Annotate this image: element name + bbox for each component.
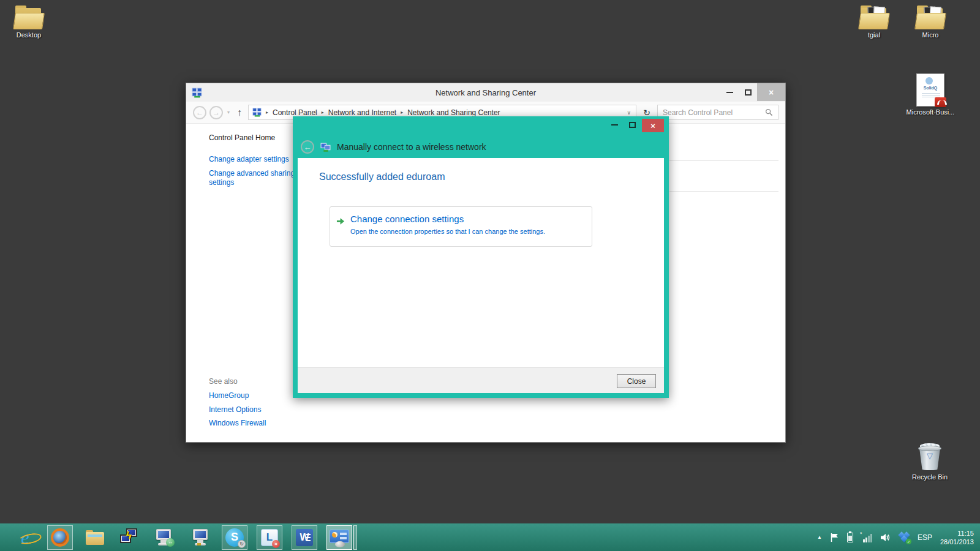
sidebar-item-internet-options[interactable]: Internet Options <box>209 405 296 414</box>
desktop-icon-label: Microsoft-Busi... <box>905 108 956 116</box>
folder-icon <box>859 5 889 29</box>
action-center-flag-icon[interactable] <box>830 533 839 542</box>
change-connection-settings-command[interactable]: Change connection settings Open the conn… <box>330 206 592 247</box>
taskbar-stacked-window-indicator[interactable] <box>353 525 357 550</box>
sidebar-item-windows-firewall[interactable]: Windows Firewall <box>209 419 296 428</box>
pdf-document-icon: SolidQ <box>916 73 944 107</box>
taskbar-clock[interactable]: 11:15 28/01/2013 <box>940 529 974 546</box>
skype-icon: S ↻ <box>225 528 244 547</box>
taskbar-terminal-connection-button[interactable]: ϟ <box>117 525 143 550</box>
minimize-button[interactable] <box>720 83 739 101</box>
taskbar-file-explorer-button[interactable] <box>82 525 108 550</box>
volume-icon[interactable] <box>880 533 891 542</box>
folder-icon <box>916 5 945 29</box>
desktop-icon-label: Desktop <box>4 31 54 39</box>
maximize-icon <box>629 122 636 128</box>
forward-icon: → <box>213 108 220 117</box>
word-icon: W <box>296 529 313 546</box>
dropbox-check-icon: ✓ <box>906 539 911 544</box>
back-icon: ← <box>196 108 203 117</box>
control-panel-icon <box>330 530 349 545</box>
firefox-icon <box>51 528 69 547</box>
back-button[interactable]: ← <box>193 106 206 119</box>
dialog-heading: Successfully added eduroam <box>319 171 445 182</box>
recent-pages-dropdown[interactable]: ▾ <box>226 110 231 115</box>
sidebar-item-change-adapter-settings[interactable]: Change adapter settings <box>209 155 296 164</box>
search-icon <box>765 108 773 116</box>
window-titlebar[interactable]: Network and Sharing Center × <box>186 83 785 102</box>
breadcrumb-separator-icon: ▸ <box>401 110 403 115</box>
dialog-back-button[interactable]: ← <box>301 140 314 154</box>
desktop-icon-micro-folder[interactable]: Micro <box>905 5 956 39</box>
up-button[interactable]: ↑ <box>234 107 245 118</box>
desktop-icon-tgial-folder[interactable]: tgial <box>849 5 899 39</box>
taskbar-remote-desktop-button[interactable]: ↔ <box>152 525 178 550</box>
taskbar-firefox-button[interactable] <box>47 525 73 550</box>
taskbar-skype-button[interactable]: S ↻ <box>222 525 247 550</box>
breadcrumb-separator-icon: ▸ <box>266 110 268 115</box>
command-link-title: Change connection settings <box>350 214 464 224</box>
internet-explorer-icon: e <box>21 528 29 547</box>
recycle-bin-icon: ▽ <box>918 443 942 471</box>
breadcrumb-item-control-panel[interactable]: Control Panel <box>273 108 317 117</box>
chevron-down-icon: ▾ <box>227 110 230 115</box>
forward-button[interactable]: → <box>209 106 223 119</box>
green-arrow-icon <box>336 217 345 226</box>
taskbar-network-computer-button[interactable] <box>187 525 213 550</box>
dialog-title: Manually connect to a wireless network <box>337 142 486 152</box>
network-signal-icon[interactable]: * <box>861 533 872 542</box>
folder-icon <box>14 5 43 29</box>
file-explorer-icon <box>86 530 104 545</box>
language-indicator[interactable]: ESP <box>918 533 932 542</box>
battery-icon[interactable] <box>847 533 853 542</box>
skype-sync-badge-icon: ↻ <box>238 540 246 548</box>
minimize-icon <box>611 124 618 126</box>
dialog-maximize-button[interactable] <box>624 119 640 131</box>
network-computer-icon <box>190 528 209 547</box>
sidebar-item-homegroup[interactable]: HomeGroup <box>209 391 296 400</box>
dialog-minimize-button[interactable] <box>606 119 622 131</box>
desktop-icon-recycle-bin[interactable]: ▽ Recycle Bin <box>905 443 955 481</box>
minimize-icon <box>726 92 733 93</box>
desktop-icon-pdf-document[interactable]: SolidQ Microsoft-Busi... <box>905 73 956 116</box>
maximize-icon <box>745 89 752 96</box>
taskbar-internet-explorer-button[interactable]: e <box>12 525 38 550</box>
breadcrumb-item-network-sharing[interactable]: Network and Sharing Center <box>407 108 500 117</box>
show-hidden-icons-button[interactable]: ▲ <box>817 534 822 540</box>
dialog-footer: Close <box>298 367 664 393</box>
close-dialog-button[interactable]: Close <box>617 374 656 388</box>
pdf-preview-text: SolidQ <box>917 86 944 90</box>
system-tray: ▲ * ✓ ESP 11:15 28/0 <box>817 523 974 551</box>
content-divider <box>669 160 778 161</box>
taskbar-word-button[interactable]: W <box>292 525 317 550</box>
close-icon: × <box>650 121 655 130</box>
sidebar-item-change-advanced-sharing[interactable]: Change advanced sharing settings <box>209 169 296 187</box>
search-input[interactable] <box>663 108 765 117</box>
wireless-network-icon <box>320 142 331 152</box>
content-divider <box>669 191 778 192</box>
taskbar-lync-button[interactable]: L × <box>257 525 282 550</box>
search-box[interactable] <box>657 105 778 120</box>
window-title: Network and Sharing Center <box>186 88 785 97</box>
dialog-close-button[interactable]: × <box>642 119 664 132</box>
desktop: Desktop tgial Micro SolidQ Microsoft-Bus… <box>0 0 980 551</box>
clock-time: 11:15 <box>940 529 974 538</box>
command-link-description: Open the connection properties so that I… <box>350 228 545 235</box>
lync-error-badge-icon: × <box>272 540 280 548</box>
desktop-icon-desktop-folder[interactable]: Desktop <box>4 5 54 39</box>
lync-icon: L × <box>261 529 278 546</box>
close-icon: × <box>769 88 774 97</box>
wireless-network-dialog: × ← Manually connect to a wireless netwo… <box>293 116 669 398</box>
dialog-body: Successfully added eduroam Change connec… <box>298 158 664 367</box>
taskbar-control-panel-button[interactable] <box>326 525 352 550</box>
up-icon: ↑ <box>237 107 242 118</box>
maximize-button[interactable] <box>739 83 757 101</box>
pdf-logo-dot <box>925 77 933 84</box>
sidebar-item-control-panel-home[interactable]: Control Panel Home <box>209 133 296 143</box>
adobe-pdf-icon <box>935 97 946 107</box>
breadcrumb-item-network-internet[interactable]: Network and Internet <box>328 108 396 117</box>
address-dropdown-icon[interactable]: ∨ <box>627 110 632 116</box>
close-button[interactable]: × <box>757 83 785 101</box>
desktop-icon-label: Recycle Bin <box>905 473 955 481</box>
dropbox-icon[interactable]: ✓ <box>899 533 910 542</box>
